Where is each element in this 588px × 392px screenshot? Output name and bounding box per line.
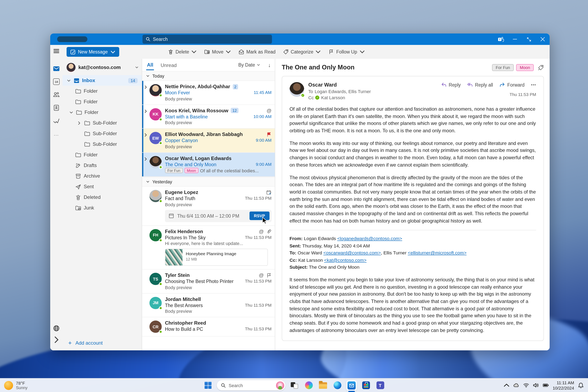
expand-chevron-icon[interactable] [143,155,149,173]
recipients[interactable]: Logan Edwards, Ellis Turner [314,89,371,94]
sort-direction-icon[interactable]: ↓ [268,62,271,68]
contacts-nav-icon[interactable] [53,104,60,112]
taskbar-search-input[interactable] [229,383,266,388]
chevron-down-icon[interactable] [69,110,73,114]
expand-chevron-icon[interactable] [143,84,149,101]
mail-list-item-selected[interactable]: Oscar Ward, Logan Edwards The One and On… [142,152,275,177]
new-message-button[interactable]: New Message [66,47,119,57]
tab-unread[interactable]: Unread [160,60,178,70]
reading-pane: The One and Only Moon For Fun Moon ✓ [275,59,550,350]
outlook-taskbar-button[interactable] [346,380,357,390]
mail-list-item[interactable]: EW Elliot Woodward, Jibran Sabbagh Coppe… [142,128,275,152]
account-email: kat@contoso.com [78,64,132,70]
mail-list-item[interactable]: FH Felix Henderson@ Pictures In The SkyT… [142,226,275,270]
chevron-right-icon[interactable] [78,121,80,125]
category-tag[interactable]: Moon [184,168,198,173]
category-tag[interactable]: For Fun [492,64,514,71]
email-link[interactable]: <loganedwards@contoso.com> [337,236,402,241]
onedrive-icon[interactable] [514,382,520,388]
todo-nav-icon[interactable] [53,117,60,124]
start-button[interactable] [202,380,213,390]
edge-button[interactable] [332,380,342,390]
group-header-yesterday[interactable]: Yesterday [142,177,275,186]
mail-list-item[interactable]: Nettie Prince, Abdul-Qahhar2 Moon Fever1… [142,81,275,105]
tab-all[interactable]: All [146,60,154,70]
teams-titlebar-icon[interactable]: T [494,34,508,45]
email-link[interactable]: <ellisturner@microsoft.com> [408,250,466,256]
sidebar-item-subfolder[interactable]: Sub-Folder [62,118,142,128]
sender-name[interactable]: Oscar Ward [308,82,441,88]
sort-by-date-dropdown[interactable]: By Date [238,62,260,68]
reply-button[interactable]: Reply [441,82,461,88]
reply-all-button[interactable]: Reply all [467,82,493,88]
globe-icon[interactable] [53,324,60,332]
expand-chevron-icon[interactable] [143,108,149,125]
attachment-card[interactable]: Honeybee Planning Image 12 MB [165,249,268,266]
mail-list-item[interactable]: CR Christopher Reed How to Build a PCThu… [142,317,275,336]
sidebar-item-subfolder[interactable]: Sub-Folder [62,128,142,139]
follow-up-button[interactable]: Follow Up [326,47,368,56]
taskbar-search[interactable] [217,380,286,390]
maximize-button[interactable] [522,34,536,45]
sidebar-item-junk[interactable]: Junk [62,202,142,213]
mail-list-item[interactable]: Eugene Lopez Fact and TruthThu 11:53 PM … [142,186,275,226]
chevron-down-icon[interactable] [135,66,138,69]
sidebar-item-deleted[interactable]: Deleted [62,192,142,202]
wifi-icon[interactable] [523,382,530,388]
mail-list-item[interactable]: JM Jordan Mitchell The Best AnswersThu 1… [142,294,275,317]
hamburger-menu-icon[interactable] [54,49,59,53]
volume-icon[interactable] [533,382,539,388]
copilot-button[interactable] [304,380,314,390]
calendar-nav-icon[interactable]: 18 [53,78,60,85]
calendar-invite-icon [266,190,272,195]
expand-chevron-icon[interactable] [143,132,149,149]
chevron-down-icon[interactable] [67,78,70,82]
taskbar-clock[interactable]: 11:11 AM 10/22/2024 [553,380,574,390]
minimize-button[interactable] [508,34,522,45]
group-header-today[interactable]: Today [142,71,275,81]
email-link[interactable]: <kat@contoso.com> [324,258,367,262]
delete-button[interactable]: Delete [165,47,200,56]
email-link[interactable]: <oscarward@contoso.com> [324,250,381,256]
microsoft-store-button[interactable] [360,380,371,390]
sidebar-item-folder[interactable]: Folder [62,86,142,96]
move-button[interactable]: Move [201,47,234,56]
file-explorer-button[interactable] [318,380,328,390]
sidebar-item-drafts[interactable]: Drafts [62,160,142,171]
rail-expand-chevron-icon[interactable] [53,336,60,344]
cc-recipient[interactable]: Kat Larsson [321,95,345,100]
weather-widget[interactable]: 78°F Sunny [4,380,28,390]
mail-list-item[interactable]: KK Koos Kriel, Wilna Rossouw12@ Start wi… [142,105,275,128]
sidebar-item-archive[interactable]: Archive [62,171,142,181]
close-button[interactable] [536,34,550,45]
people-nav-icon[interactable] [53,91,60,98]
mail-list-item[interactable]: TS Tyler Stein@ Choosing The Best Photo … [142,270,275,294]
tag-icon[interactable] [538,64,544,70]
sidebar-item-sent[interactable]: Sent [62,181,142,192]
forward-button[interactable]: Forward [500,82,524,88]
flagged-icon[interactable] [266,132,272,137]
add-account-button[interactable]: + Add account [68,339,103,346]
account-row[interactable]: kat@contoso.com [62,61,142,75]
sender-avatar: ✓ [290,82,304,97]
sidebar-item-folder[interactable]: Folder [62,96,142,107]
battery-icon[interactable] [543,382,549,388]
more-options-icon[interactable]: ••• [531,83,536,87]
more-apps-icon[interactable]: ... [53,130,60,138]
category-tag[interactable]: Moon [516,64,534,71]
categorize-button[interactable]: Categorize [280,47,324,56]
flag-outline-icon[interactable] [266,272,272,278]
notifications-bell-icon[interactable] [578,382,584,388]
sidebar-item-folder[interactable]: Folder [62,107,142,118]
task-view-button[interactable] [289,380,300,390]
category-tag[interactable]: For Fun [165,168,183,173]
mail-nav-icon[interactable] [53,65,60,72]
mark-as-read-button[interactable]: Mark as Read [236,47,278,56]
app-search-box[interactable] [142,35,272,44]
sidebar-item-folder[interactable]: Folder [62,150,142,160]
sidebar-item-subfolder[interactable]: Sub-Folder [62,139,142,150]
app-search-input[interactable] [153,37,269,42]
teams-button[interactable]: T [375,380,386,390]
tray-chevron-up-icon[interactable] [504,382,510,388]
sidebar-item-inbox[interactable]: Inbox 14 [62,75,142,86]
